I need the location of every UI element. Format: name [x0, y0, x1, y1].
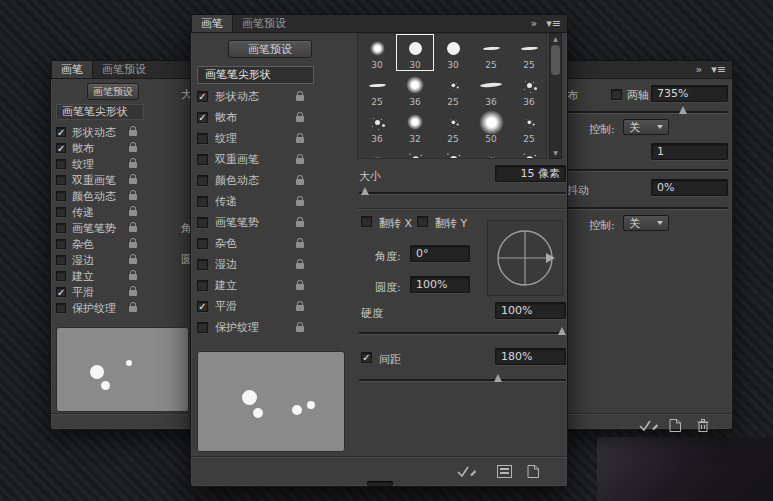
brush-preset-cell[interactable]: 25: [358, 145, 396, 159]
brush-preset-cell[interactable]: 36: [396, 71, 434, 108]
lock-icon[interactable]: [296, 200, 304, 206]
scatter-value-field[interactable]: 735%: [651, 85, 728, 102]
lock-icon[interactable]: [129, 194, 137, 200]
brush-preset-cell[interactable]: 36: [358, 108, 396, 145]
setting-checkbox[interactable]: [197, 91, 208, 102]
brush-preset-cell[interactable]: 25: [472, 34, 510, 71]
setting-checkbox[interactable]: [56, 239, 66, 249]
lock-icon[interactable]: [296, 326, 304, 332]
setting-checkbox[interactable]: [197, 259, 208, 270]
tab-brush-presets[interactable]: 画笔预设: [93, 61, 155, 78]
setting-label[interactable]: 保护纹理: [72, 301, 116, 316]
setting-checkbox[interactable]: [56, 207, 66, 217]
new-brush-icon[interactable]: [669, 417, 681, 436]
lock-icon[interactable]: [296, 158, 304, 164]
brush-presets-button[interactable]: 画笔预设: [87, 83, 139, 100]
panel-menu-icon[interactable]: ▾≡: [711, 61, 726, 79]
setting-item[interactable]: 散布: [56, 140, 140, 156]
lock-icon[interactable]: [296, 116, 304, 122]
setting-label[interactable]: 散布: [72, 141, 94, 156]
brush-preset-cell[interactable]: 50: [472, 108, 510, 145]
setting-item[interactable]: 双重画笔: [56, 172, 140, 188]
setting-checkbox[interactable]: [197, 238, 208, 249]
setting-item[interactable]: 纹理: [197, 128, 314, 149]
control1-dropdown[interactable]: 关: [623, 119, 669, 135]
lock-icon[interactable]: [296, 221, 304, 227]
angle-dial[interactable]: [487, 220, 563, 296]
setting-label[interactable]: 画笔笔势: [72, 221, 116, 236]
setting-label[interactable]: 双重画笔: [72, 173, 116, 188]
brush-preset-cell[interactable]: 25: [434, 108, 472, 145]
setting-item[interactable]: 形状动态: [56, 124, 140, 140]
size-slider[interactable]: [359, 192, 566, 195]
setting-item[interactable]: 传递: [197, 191, 314, 212]
setting-label[interactable]: 杂色: [215, 236, 237, 251]
setting-checkbox[interactable]: [197, 112, 208, 123]
new-brush-icon[interactable]: [527, 463, 539, 482]
setting-checkbox[interactable]: [197, 154, 208, 165]
collapse-panel-icon[interactable]: »: [531, 15, 538, 33]
setting-label[interactable]: 传递: [72, 205, 94, 220]
scroll-down-icon[interactable]: ▼: [550, 148, 561, 158]
setting-item[interactable]: 画笔笔势: [56, 220, 140, 236]
brush-preset-cell[interactable]: 50: [510, 145, 547, 159]
lock-icon[interactable]: [296, 305, 304, 311]
both-axes-checkbox[interactable]: [611, 89, 622, 100]
setting-label[interactable]: 建立: [215, 278, 237, 293]
brush-preset-cell[interactable]: 30: [358, 34, 396, 71]
lock-icon[interactable]: [129, 178, 137, 184]
spacing-slider[interactable]: [359, 379, 566, 382]
brush-tip-shape-item-selected[interactable]: 画笔笔尖形状: [197, 66, 314, 84]
setting-checkbox[interactable]: [56, 303, 66, 313]
brush-preset-cell[interactable]: 30: [434, 34, 472, 71]
brush-preset-cell[interactable]: 36: [472, 71, 510, 108]
setting-checkbox[interactable]: [56, 287, 66, 297]
setting-label[interactable]: 传递: [215, 194, 237, 209]
lock-icon[interactable]: [129, 258, 137, 264]
setting-label[interactable]: 杂色: [72, 237, 94, 252]
setting-label[interactable]: 纹理: [215, 131, 237, 146]
setting-checkbox[interactable]: [56, 191, 66, 201]
angle-field[interactable]: 0°: [410, 245, 470, 262]
setting-label[interactable]: 散布: [215, 110, 237, 125]
setting-label[interactable]: 平滑: [215, 299, 237, 314]
brush-preset-cell[interactable]: 25: [434, 71, 472, 108]
setting-checkbox[interactable]: [197, 322, 208, 333]
size-field[interactable]: 15 像素: [495, 165, 566, 182]
setting-label[interactable]: 双重画笔: [215, 152, 259, 167]
panel-resize-grip[interactable]: [367, 481, 393, 486]
setting-label[interactable]: 形状动态: [215, 89, 259, 104]
lock-icon[interactable]: [296, 242, 304, 248]
brush-presets-button[interactable]: 画笔预设: [228, 40, 312, 58]
lock-icon[interactable]: [296, 179, 304, 185]
slider-handle[interactable]: [361, 187, 369, 195]
brush-preset-cell[interactable]: 30: [396, 34, 434, 71]
scrollbar-thumb[interactable]: [551, 45, 560, 75]
setting-checkbox[interactable]: [197, 217, 208, 228]
brush-preset-cell[interactable]: 25: [510, 108, 547, 145]
count-jitter-field[interactable]: 0%: [651, 179, 728, 196]
delete-brush-icon[interactable]: [697, 417, 709, 436]
slider-handle[interactable]: [558, 327, 566, 335]
brush-preset-cell[interactable]: 25: [472, 145, 510, 159]
lock-icon[interactable]: [129, 210, 137, 216]
setting-checkbox[interactable]: [56, 159, 66, 169]
setting-item[interactable]: 形状动态: [197, 86, 314, 107]
lock-icon[interactable]: [296, 263, 304, 269]
setting-checkbox[interactable]: [56, 223, 66, 233]
flip-x-checkbox[interactable]: [361, 216, 372, 227]
lock-icon[interactable]: [129, 242, 137, 248]
setting-item[interactable]: 颜色动态: [197, 170, 314, 191]
setting-item[interactable]: 湿边: [197, 254, 314, 275]
lock-icon[interactable]: [129, 162, 137, 168]
collapse-panel-icon[interactable]: »: [696, 61, 703, 79]
lock-icon[interactable]: [129, 290, 137, 296]
setting-label[interactable]: 湿边: [72, 253, 94, 268]
lock-icon[interactable]: [296, 95, 304, 101]
brush-preset-cell[interactable]: 25: [510, 34, 547, 71]
setting-label[interactable]: 平滑: [72, 285, 94, 300]
grid-scrollbar[interactable]: ▲ ▼: [549, 33, 562, 159]
setting-item[interactable]: 建立: [197, 275, 314, 296]
setting-item[interactable]: 建立: [56, 268, 140, 284]
setting-item[interactable]: 平滑: [197, 296, 314, 317]
